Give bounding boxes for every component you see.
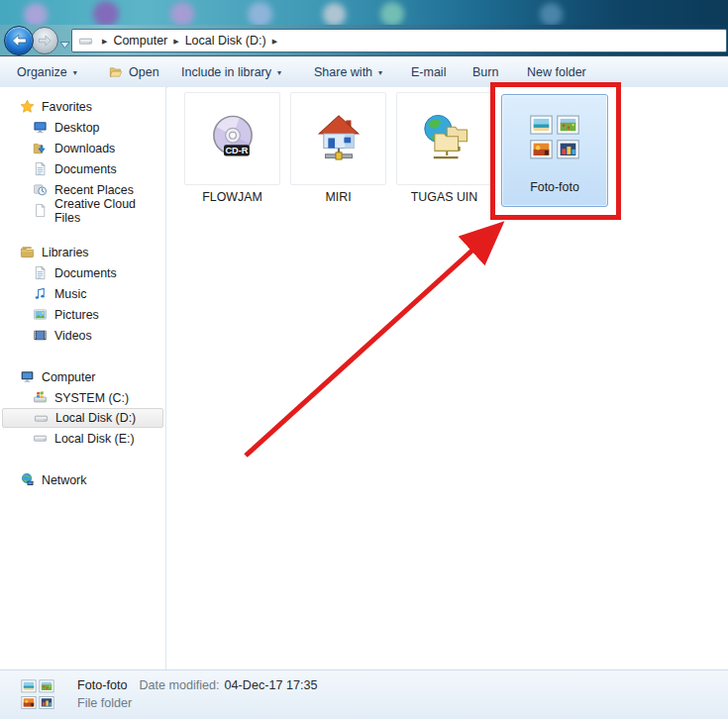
file-icon-box: CD-R: [184, 92, 280, 185]
drive-icon: [33, 431, 48, 446]
address-bar: ▶Computer▶Local Disk (D:)▶: [0, 25, 728, 57]
sidebar-section: LibrariesDocumentsMusicPicturesVideos: [0, 242, 165, 346]
sidebar-section-label: Network: [42, 473, 86, 487]
toolbar-button-label: Open: [129, 65, 159, 79]
sidebar-item-music[interactable]: Music: [2, 283, 163, 304]
sidebar-item-label: Videos: [54, 329, 92, 343]
file-label: TUGAS UIN: [396, 190, 492, 204]
desktop-background: [0, 0, 728, 26]
desktop-icon-blur: [323, 3, 346, 26]
breadcrumb-item-local-disk-d[interactable]: Local Disk (D:): [185, 34, 266, 48]
toolbar-button-label: Share with: [314, 65, 372, 79]
breadcrumb-item-computer[interactable]: Computer: [113, 34, 167, 48]
libraries-icon: [20, 245, 35, 259]
breadcrumb: ▶Computer▶Local Disk (D:)▶: [96, 34, 283, 48]
file-icon-box: [290, 92, 386, 185]
file-label: Foto-foto: [502, 180, 607, 194]
network-home-icon: [312, 112, 365, 165]
sidebar-item-desktop[interactable]: Desktop: [2, 117, 163, 138]
toolbar-button-include-in-library[interactable]: Include in library▾: [181, 56, 281, 88]
file-label: MIRI: [290, 190, 386, 204]
sidebar-section-label: Favorites: [42, 100, 92, 114]
sidebar-section: Network: [0, 469, 165, 490]
sidebar-item-local-disk-e[interactable]: Local Disk (E:): [2, 428, 163, 449]
sidebar-item-local-disk-d[interactable]: Local Disk (D:): [2, 408, 163, 428]
desktop-icon: [33, 120, 48, 135]
sidebar-item-label: Local Disk (D:): [55, 411, 136, 425]
sidebar-item-pictures[interactable]: Pictures: [2, 304, 163, 325]
sidebar-item-label: Music: [54, 287, 86, 301]
sidebar: FavoritesDesktopDownloadsDocumentsRecent…: [0, 87, 166, 669]
videos-icon: [33, 328, 48, 343]
toolbar-button-label: Organize: [17, 65, 67, 79]
sidebar-item-label: Desktop: [54, 121, 99, 135]
sidebar-section-label: Computer: [42, 370, 95, 384]
breadcrumb-chevron-icon[interactable]: ▶: [102, 38, 107, 45]
file-icon-box: [396, 92, 492, 185]
sidebar-item-label: Pictures: [54, 308, 99, 322]
desktop-icon-blur: [540, 3, 563, 26]
toolbar: Organize▾OpenInclude in library▾Share wi…: [0, 55, 728, 88]
file-item-flowjam[interactable]: CD-RFLOWJAM: [184, 92, 280, 204]
toolbar-button-organize[interactable]: Organize▾: [17, 56, 77, 88]
toolbar-button-open[interactable]: Open: [108, 56, 159, 88]
sidebar-item-label: Downloads: [54, 142, 115, 155]
open-folder-icon: [108, 65, 124, 79]
file-icon: [33, 203, 48, 218]
cd-r-icon: CD-R: [206, 112, 260, 165]
document-icon: [33, 161, 48, 176]
sidebar-item-documents[interactable]: Documents: [2, 262, 163, 283]
sidebar-item-documents[interactable]: Documents: [2, 158, 163, 179]
sidebar-item-label: Creative Cloud Files: [54, 197, 163, 225]
network-icon: [20, 472, 35, 487]
toolbar-button-new-folder[interactable]: New folder: [527, 56, 586, 88]
toolbar-button-label: Include in library: [181, 65, 271, 79]
address-field[interactable]: ▶Computer▶Local Disk (D:)▶: [71, 29, 727, 52]
toolbar-button-label: Burn: [472, 65, 498, 79]
drive-icon: [77, 34, 94, 49]
toolbar-button-label: New folder: [527, 65, 586, 79]
breadcrumb-chevron-icon[interactable]: ▶: [173, 38, 178, 45]
recent-places-icon: [33, 182, 48, 197]
sidebar-section-libraries[interactable]: Libraries: [0, 242, 165, 262]
toolbar-button-burn[interactable]: Burn: [472, 56, 498, 88]
details-pane: Foto-fotoDate modified:04-Dec-17 17:35 F…: [0, 669, 728, 719]
sidebar-item-label: Documents: [54, 162, 117, 176]
details-file-type: File folder: [77, 694, 317, 712]
history-dropdown-icon[interactable]: [59, 36, 70, 45]
sidebar-section: FavoritesDesktopDownloadsDocumentsRecent…: [0, 96, 165, 221]
toolbar-button-e-mail[interactable]: E-mail: [411, 56, 446, 88]
details-date-label: Date modified:: [139, 678, 219, 692]
sidebar-item-downloads[interactable]: Downloads: [2, 138, 163, 158]
back-button[interactable]: [4, 26, 34, 55]
file-item-tugas-uin[interactable]: TUGAS UIN: [396, 92, 492, 204]
svg-text:CD-R: CD-R: [225, 146, 248, 155]
sidebar-item-label: Local Disk (E:): [54, 432, 135, 446]
system-drive-icon: [33, 390, 48, 405]
file-item-miri[interactable]: MIRI: [290, 92, 386, 204]
sidebar-section-network[interactable]: Network: [0, 469, 165, 490]
file-icon-box: [502, 95, 607, 180]
sidebar-item-system-c[interactable]: SYSTEM (C:): [2, 387, 163, 408]
dropdown-caret-icon: ▾: [73, 68, 77, 77]
sidebar-section: ComputerSYSTEM (C:)Local Disk (D:)Local …: [0, 366, 165, 449]
toolbar-button-label: E-mail: [411, 65, 446, 79]
pictures-icon: [33, 307, 48, 322]
sidebar-section-favorites[interactable]: Favorites: [0, 96, 165, 117]
file-list: CD-RFLOWJAMMIRITUGAS UINFoto-foto: [167, 87, 728, 669]
sidebar-item-label: Documents: [54, 266, 117, 280]
toolbar-button-share-with[interactable]: Share with▾: [314, 56, 382, 88]
breadcrumb-chevron-icon[interactable]: ▶: [272, 38, 277, 45]
photos-folder-icon: [528, 111, 581, 164]
details-pane-icon: [20, 676, 55, 713]
sidebar-item-videos[interactable]: Videos: [2, 325, 163, 346]
sidebar-item-label: SYSTEM (C:): [54, 391, 129, 405]
forward-button[interactable]: [31, 27, 58, 54]
network-folders-icon: [418, 112, 471, 165]
desktop-icon-blur: [170, 2, 194, 26]
sidebar-item-creative-cloud-files[interactable]: Creative Cloud Files: [2, 200, 163, 221]
file-item-foto-foto[interactable]: Foto-foto: [501, 94, 608, 207]
dropdown-caret-icon: ▾: [277, 68, 281, 77]
file-label: FLOWJAM: [184, 190, 280, 204]
sidebar-section-computer[interactable]: Computer: [0, 366, 165, 387]
